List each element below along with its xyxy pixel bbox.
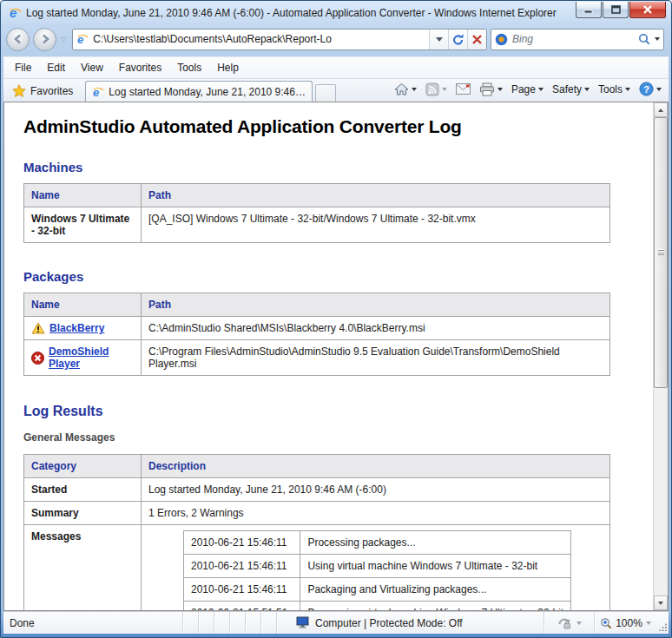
navigation-bar: ▽ e C:\Users\testlab\Documents\AutoRepac… <box>1 25 671 56</box>
scrollbar-thumb[interactable] <box>654 117 668 388</box>
read-mail-button[interactable] <box>452 82 474 96</box>
log-messages-cell: 2010-06-21 15:46:11 Processing packages.… <box>142 525 610 611</box>
help-button[interactable]: ? <box>636 80 665 98</box>
maximize-button[interactable] <box>603 2 629 18</box>
general-messages-subheading: General Messages <box>23 431 636 444</box>
status-bar: Done Computer | Protected Mode: Off 100% <box>3 611 669 634</box>
statusbar-separator <box>260 612 276 634</box>
command-bar: Page Safety Tools ? <box>391 80 665 102</box>
list-item: 2010-06-21 15:51:51 Done using virtual m… <box>184 602 571 611</box>
close-button[interactable] <box>629 2 666 18</box>
machines-header-row: Name Path <box>24 184 610 207</box>
home-icon <box>394 82 409 95</box>
tab-active[interactable]: e Log started Monday, June 21, 2010 9:46… <box>85 81 313 102</box>
log-results-table: Category Description Started Log started… <box>23 454 610 610</box>
safety-menu-button[interactable]: Safety <box>549 82 593 97</box>
address-text: C:\Users\testlab\Documents\AutoRepack\Re… <box>93 33 425 45</box>
svg-text:?: ? <box>643 84 649 95</box>
log-col-category: Category <box>24 455 142 478</box>
statusbar-separator <box>229 612 245 634</box>
status-text: Done <box>3 612 182 634</box>
menu-tools[interactable]: Tools <box>169 59 209 76</box>
page-title: AdminStudio Automated Application Conver… <box>23 116 636 137</box>
feeds-button[interactable] <box>422 81 451 98</box>
menu-bar: File Edit View Favorites Tools Help <box>3 56 669 78</box>
machine-name: Windows 7 Ultimate - 32-bit <box>24 207 142 243</box>
home-button[interactable] <box>391 81 420 97</box>
address-dropdown-button[interactable] <box>429 30 448 49</box>
back-button[interactable] <box>6 28 30 51</box>
privacy-filter-button[interactable] <box>544 612 594 634</box>
new-tab-button[interactable] <box>315 84 336 102</box>
list-item: 2010-06-21 15:46:11 Processing packages.… <box>184 531 571 555</box>
mail-icon <box>456 83 471 95</box>
rss-icon <box>425 82 439 96</box>
address-input[interactable]: e C:\Users\testlab\Documents\AutoRepack\… <box>73 30 429 49</box>
favorites-bar: Favorites e Log started Monday, June 21,… <box>3 78 669 102</box>
page-favicon-icon: e <box>76 33 89 45</box>
search-options-dropdown[interactable] <box>655 37 660 41</box>
vertical-scrollbar[interactable] <box>653 102 668 610</box>
table-row: Started Log started Monday, June 21, 201… <box>24 478 610 502</box>
table-row: Messages 2010-06-21 15:46:11 Processing … <box>24 525 610 611</box>
resize-grip[interactable] <box>656 612 669 634</box>
table-row: Summary 1 Errors, 2 Warnings <box>24 502 610 525</box>
tools-menu-label: Tools <box>598 83 623 95</box>
messages-list: 2010-06-21 15:46:11 Processing packages.… <box>183 530 571 610</box>
titlebar[interactable]: e Log started Monday, June 21, 2010 9:46… <box>1 1 671 25</box>
print-button[interactable] <box>476 81 506 98</box>
menu-help[interactable]: Help <box>209 59 247 76</box>
stop-button[interactable] <box>467 30 486 49</box>
table-row: DemoShield Player C:\Program Files\Admin… <box>24 340 610 376</box>
zoom-control[interactable]: 100% <box>594 612 656 634</box>
browser-window: e Log started Monday, June 21, 2010 9:46… <box>0 0 672 638</box>
search-box[interactable]: Bing <box>491 29 664 50</box>
tab-title: Log started Monday, June 21, 2010 9:46 A… <box>109 86 306 98</box>
scroll-down-button[interactable] <box>654 595 668 610</box>
log-summary-value: 1 Errors, 2 Warnings <box>142 502 610 525</box>
filter-lock-icon <box>557 617 571 629</box>
packages-header-row: Name Path <box>24 293 610 317</box>
menu-edit[interactable]: Edit <box>39 59 73 76</box>
statusbar-separator <box>245 612 260 634</box>
scroll-up-button[interactable] <box>654 102 668 117</box>
computer-icon <box>296 616 310 629</box>
browser-viewport: AdminStudio Automated Application Conver… <box>3 102 669 611</box>
statusbar-separator <box>198 612 214 634</box>
machines-col-path: Path <box>142 184 610 207</box>
zoom-level: 100% <box>616 617 642 629</box>
log-col-description: Description <box>142 455 610 478</box>
list-item: 2010-06-21 15:46:11 Using virtual machin… <box>184 555 571 578</box>
forward-button[interactable] <box>33 28 56 51</box>
ie-logo-icon: e <box>8 6 22 20</box>
machines-table: Name Path Windows 7 Ultimate - 32-bit [Q… <box>23 183 610 243</box>
search-placeholder: Bing <box>512 33 634 45</box>
search-icon[interactable] <box>638 33 650 45</box>
statusbar-separator <box>214 612 229 634</box>
log-started-label: Started <box>24 478 142 502</box>
message-text: Processing packages... <box>300 531 571 555</box>
page-menu-button[interactable]: Page <box>508 82 547 97</box>
package-link-blackberry[interactable]: BlackBerry <box>49 322 104 334</box>
zone-text: Computer | Protected Mode: Off <box>315 617 463 629</box>
package-path: C:\Program Files\AdminStudio\AdminStudio… <box>142 340 610 376</box>
log-header-row: Category Description <box>24 455 610 478</box>
menu-file[interactable]: File <box>7 59 39 76</box>
list-item: 2010-06-21 15:46:11 Packaging and Virtua… <box>184 578 571 602</box>
window-controls <box>576 2 666 18</box>
tools-menu-button[interactable]: Tools <box>595 82 634 97</box>
machines-heading: Machines <box>23 160 636 174</box>
favorites-button[interactable]: Favorites <box>7 81 80 102</box>
error-icon <box>31 352 44 365</box>
security-zone[interactable]: Computer | Protected Mode: Off <box>276 612 544 634</box>
minimize-button[interactable] <box>576 2 602 18</box>
refresh-button[interactable] <box>448 30 467 49</box>
recent-pages-dropdown[interactable]: ▽ <box>60 36 69 43</box>
packages-col-name: Name <box>24 293 142 317</box>
package-link-demoshield[interactable]: DemoShield Player <box>49 345 134 370</box>
machine-path: [QA_ISO] Windows 7 Ultimate - 32-bit/Win… <box>142 207 610 243</box>
menu-favorites[interactable]: Favorites <box>111 59 169 76</box>
message-time: 2010-06-21 15:51:51 <box>184 602 300 611</box>
favorites-label: Favorites <box>30 85 73 97</box>
menu-view[interactable]: View <box>73 59 111 76</box>
